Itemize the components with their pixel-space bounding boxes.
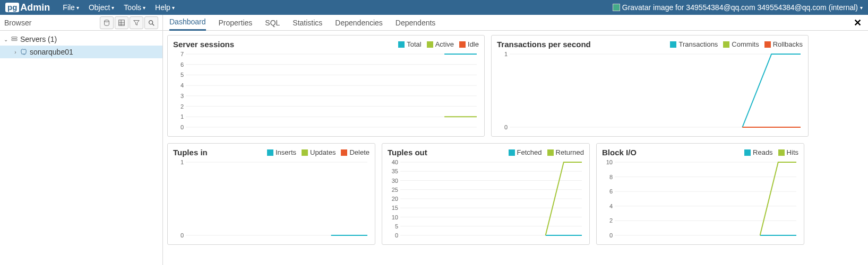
- tree-label: sonarqube01: [29, 48, 73, 56]
- panel-tps: Transactions per second Transactions Com…: [491, 35, 809, 137]
- panel-block-io: Block I/O Reads Hits 0246810: [596, 143, 804, 245]
- tab-properties[interactable]: Properties: [219, 15, 253, 31]
- chart-tuples-out: 0510152025303540: [388, 159, 584, 238]
- tree-servers[interactable]: ⌄ Servers (1): [0, 33, 162, 46]
- expand-icon[interactable]: ⌄: [2, 37, 10, 42]
- svg-point-5: [149, 20, 153, 24]
- chevron-down-icon: ▾: [172, 5, 175, 11]
- svg-text:6: 6: [181, 61, 184, 68]
- svg-text:25: 25: [392, 187, 398, 193]
- top-menu-bar: pgAdmin File▾ Object▾ Tools▾ Help▾ Grava…: [0, 0, 868, 15]
- svg-text:3: 3: [181, 93, 184, 99]
- legend: Reads Hits: [744, 148, 798, 156]
- tab-bar: Dashboard Properties SQL Statistics Depe…: [163, 15, 868, 31]
- app-logo[interactable]: pgAdmin: [5, 2, 50, 13]
- svg-text:30: 30: [392, 178, 398, 184]
- menu-tools[interactable]: Tools▾: [124, 3, 145, 12]
- menu-file[interactable]: File▾: [63, 3, 79, 12]
- legend-updates: Updates: [302, 148, 336, 156]
- grid-icon: [118, 19, 125, 26]
- panel-server-sessions: Server sessions Total Active Idle 012345…: [167, 35, 485, 137]
- svg-text:8: 8: [609, 174, 613, 180]
- svg-text:35: 35: [392, 168, 398, 174]
- legend: Inserts Updates Delete: [267, 148, 369, 156]
- svg-text:1: 1: [181, 113, 184, 120]
- legend-returned: Returned: [547, 148, 584, 156]
- svg-point-0: [105, 20, 109, 22]
- svg-text:7: 7: [181, 51, 184, 57]
- tab-dependencies[interactable]: Dependencies: [335, 15, 383, 31]
- dashboard-content: Server sessions Total Active Idle 012345…: [163, 31, 868, 265]
- expand-icon[interactable]: ›: [12, 49, 19, 55]
- svg-rect-8: [12, 39, 18, 41]
- svg-rect-7: [12, 37, 18, 39]
- chart-tps: 01: [497, 51, 803, 130]
- svg-text:1: 1: [504, 51, 508, 57]
- legend-transactions: Transactions: [670, 40, 718, 48]
- search-button[interactable]: [144, 16, 158, 29]
- svg-line-6: [152, 23, 154, 25]
- legend-commits: Commits: [723, 40, 759, 48]
- panel-title: Tuples out: [388, 148, 427, 157]
- chevron-down-icon: ▾: [143, 5, 145, 11]
- main-area: Dashboard Properties SQL Statistics Depe…: [163, 15, 868, 265]
- chevron-down-icon: ▾: [76, 5, 79, 11]
- legend-hits: Hits: [778, 148, 798, 156]
- svg-text:5: 5: [395, 223, 398, 229]
- user-dropdown[interactable]: Gravatar image for 349554384@qq.com 3495…: [613, 3, 863, 12]
- user-email: 349554384@qq.com: [758, 3, 827, 12]
- browser-header: Browser: [0, 15, 162, 31]
- tab-dashboard[interactable]: Dashboard: [169, 15, 206, 31]
- svg-text:2: 2: [181, 103, 184, 110]
- legend: Fetched Returned: [509, 148, 584, 156]
- legend-inserts: Inserts: [267, 148, 296, 156]
- chevron-down-icon: ▾: [860, 5, 863, 11]
- tab-statistics[interactable]: Statistics: [293, 15, 322, 31]
- panel-title: Transactions per second: [497, 40, 591, 49]
- postgres-server-icon: [19, 48, 29, 56]
- svg-rect-1: [119, 20, 125, 25]
- gravatar-alt: Gravatar image for 349554384@qq.com: [622, 3, 755, 12]
- svg-text:10: 10: [606, 159, 613, 165]
- object-tree: ⌄ Servers (1) › sonarqube01: [0, 31, 162, 60]
- view-data-button[interactable]: [115, 16, 128, 29]
- legend-idle: Idle: [459, 40, 479, 48]
- legend: Transactions Commits Rollbacks: [670, 40, 803, 48]
- query-tool-button[interactable]: [100, 16, 114, 29]
- servers-group-icon: [10, 36, 19, 43]
- logo-admin: Admin: [20, 2, 50, 13]
- legend-active: Active: [427, 40, 454, 48]
- database-icon: [103, 19, 110, 26]
- filter-button[interactable]: [130, 16, 143, 29]
- svg-text:0: 0: [609, 232, 613, 238]
- svg-text:40: 40: [392, 159, 398, 165]
- chevron-down-icon: ▾: [111, 5, 114, 11]
- tab-dependents[interactable]: Dependents: [396, 15, 436, 31]
- svg-text:4: 4: [609, 203, 613, 209]
- svg-text:0: 0: [181, 232, 184, 238]
- svg-text:0: 0: [181, 124, 184, 130]
- menu-help[interactable]: Help▾: [155, 3, 175, 12]
- search-icon: [148, 19, 155, 26]
- tree-server-sonarqube01[interactable]: › sonarqube01: [0, 46, 162, 58]
- svg-text:4: 4: [181, 82, 184, 89]
- legend-rollbacks: Rollbacks: [764, 40, 803, 48]
- svg-text:15: 15: [392, 205, 398, 211]
- legend-reads: Reads: [744, 148, 773, 156]
- close-icon[interactable]: ✕: [854, 17, 862, 29]
- chart-sessions: 01234567: [173, 51, 479, 130]
- legend-fetched: Fetched: [509, 148, 542, 156]
- svg-text:2: 2: [609, 217, 613, 224]
- main-menu: File▾ Object▾ Tools▾ Help▾: [63, 3, 175, 12]
- legend-total: Total: [398, 40, 421, 48]
- legend: Total Active Idle: [398, 40, 479, 48]
- panel-title: Tuples in: [173, 148, 208, 157]
- svg-text:10: 10: [392, 214, 398, 220]
- svg-text:1: 1: [181, 159, 184, 165]
- legend-delete: Delete: [341, 148, 369, 156]
- menu-object[interactable]: Object▾: [89, 3, 114, 12]
- chart-block-io: 0246810: [602, 159, 798, 238]
- user-suffix: (internal): [829, 3, 858, 12]
- tree-label: Servers (1): [19, 35, 57, 43]
- tab-sql[interactable]: SQL: [265, 15, 280, 31]
